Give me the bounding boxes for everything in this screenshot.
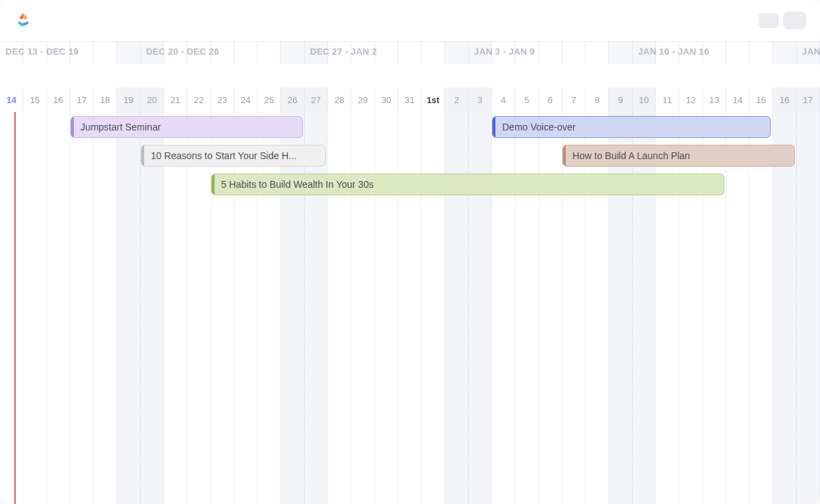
day-header[interactable]: 14 (726, 87, 750, 112)
task-ribbon (141, 145, 144, 166)
today-line (14, 112, 16, 504)
day-header[interactable]: 23 (211, 87, 234, 112)
day-header[interactable]: 18 (94, 87, 117, 112)
task-ribbon (212, 174, 215, 195)
app-window: DEC 13 - DEC 19DEC 20 - DEC 26DEC 27 - J… (0, 0, 820, 504)
week-label: DEC 20 - DEC 26 (146, 46, 219, 57)
timeline-task[interactable]: 10 Reasons to Start Your Side H... (141, 145, 326, 167)
day-header[interactable]: 2 (445, 87, 468, 112)
toggle-option-b[interactable] (783, 12, 806, 29)
task-ribbon (493, 117, 495, 137)
week-header-row: DEC 13 - DEC 19DEC 20 - DEC 26DEC 27 - J… (0, 41, 820, 64)
day-header[interactable]: 16 (773, 87, 796, 112)
day-header-row: 1415161718192021222324252627282930311st2… (0, 87, 820, 112)
day-header[interactable]: 28 (328, 87, 351, 112)
day-header[interactable]: 17 (70, 87, 94, 112)
task-ribbon (563, 145, 566, 166)
task-title: 5 Habits to Build Wealth In Your 30s (221, 179, 374, 190)
week-label: JAN (802, 46, 820, 57)
topbar (0, 0, 820, 41)
timeline-task[interactable]: 5 Habits to Build Wealth In Your 30s (211, 173, 724, 195)
task-title: 10 Reasons to Start Your Side H... (151, 150, 297, 161)
task-layer: Jumpstart Seminar10 Reasons to Start You… (0, 112, 820, 242)
task-title: How to Build A Launch Plan (573, 150, 690, 161)
day-header[interactable]: 3 (469, 87, 492, 112)
day-header[interactable]: 12 (679, 87, 702, 112)
day-header[interactable]: 1st (422, 87, 445, 112)
week-label: JAN 3 - JAN 9 (474, 46, 535, 57)
day-header[interactable]: 24 (234, 87, 258, 112)
app-logo-icon (14, 11, 33, 30)
day-header[interactable]: 11 (656, 87, 679, 112)
week-label: DEC 27 - JAN 2 (310, 46, 377, 57)
timeline-task[interactable]: Jumpstart Seminar (70, 116, 303, 138)
day-header[interactable]: 21 (164, 87, 187, 112)
day-header[interactable]: 20 (141, 87, 164, 112)
day-header[interactable]: 7 (562, 87, 586, 112)
day-header[interactable]: 6 (539, 87, 562, 112)
day-header[interactable]: 10 (633, 87, 656, 112)
day-header[interactable]: 30 (375, 87, 398, 112)
day-header[interactable]: 16 (47, 87, 70, 112)
task-title: Demo Voice-over (502, 122, 575, 132)
task-title: Jumpstart Seminar (81, 122, 161, 132)
toggle-option-a[interactable] (758, 13, 779, 28)
day-header[interactable]: 5 (515, 87, 538, 112)
timeline-task[interactable]: Demo Voice-over (492, 116, 771, 138)
view-toggle[interactable] (758, 12, 806, 29)
day-header[interactable]: 15 (750, 87, 773, 112)
day-header[interactable]: 15 (23, 87, 46, 112)
week-label: DEC 13 - DEC 19 (5, 46, 79, 57)
day-header[interactable]: 25 (258, 87, 281, 112)
day-header[interactable]: 27 (305, 87, 328, 112)
task-ribbon (71, 117, 74, 137)
day-header[interactable]: 8 (586, 87, 609, 112)
day-header[interactable]: 14 (0, 87, 23, 112)
day-header[interactable]: 29 (351, 87, 374, 112)
day-header[interactable]: 9 (609, 87, 632, 112)
day-header[interactable]: 19 (117, 87, 140, 112)
timeline-task[interactable]: How to Build A Launch Plan (562, 145, 795, 167)
day-header[interactable]: 26 (281, 87, 304, 112)
day-header[interactable]: 17 (797, 87, 820, 112)
day-header[interactable]: 4 (492, 87, 515, 112)
day-header[interactable]: 31 (398, 87, 422, 112)
day-header[interactable]: 13 (703, 87, 726, 112)
day-header[interactable]: 22 (187, 87, 210, 112)
week-label: JAN 10 - JAN 16 (638, 46, 709, 57)
